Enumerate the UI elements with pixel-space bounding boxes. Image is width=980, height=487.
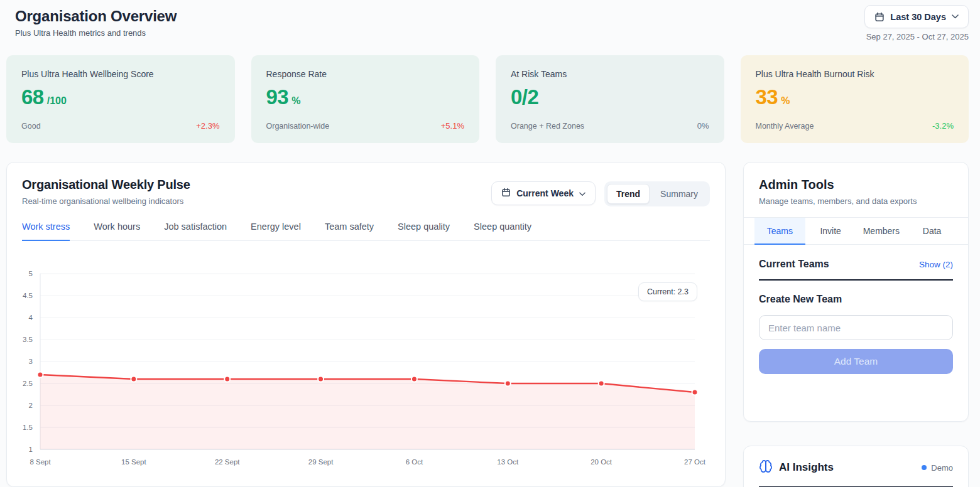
calendar-icon bbox=[874, 12, 885, 22]
card-bottom-row: Orange + Red Zones 0% bbox=[511, 121, 709, 131]
card-value: 93 bbox=[266, 85, 289, 109]
card-delta: -3.2% bbox=[932, 121, 954, 131]
tab-energy-level[interactable]: Energy level bbox=[251, 222, 301, 241]
data-point[interactable] bbox=[38, 372, 43, 378]
tab-work-stress[interactable]: Work stress bbox=[22, 222, 70, 241]
date-range-button[interactable]: Last 30 Days bbox=[864, 5, 969, 28]
demo-dot-icon bbox=[922, 465, 927, 470]
card-title: Plus Ultra Health Burnout Risk bbox=[756, 69, 954, 79]
tab-sleep-quantity[interactable]: Sleep quantity bbox=[474, 222, 531, 241]
svg-text:4.5: 4.5 bbox=[23, 292, 33, 299]
date-range-label: Last 30 Days bbox=[890, 12, 946, 22]
card-label: Monthly Average bbox=[756, 122, 814, 131]
tab-job-satisfaction[interactable]: Job satisfaction bbox=[164, 222, 227, 241]
card-value: 0/2 bbox=[511, 85, 538, 109]
view-toggle-summary[interactable]: Summary bbox=[651, 184, 707, 204]
chart-svg: 11.522.533.544.558 Sept15 Sept22 Sept29 … bbox=[22, 267, 711, 476]
card-delta: +5.1% bbox=[441, 121, 464, 131]
pulse-controls: Current Week Trend Summary bbox=[491, 181, 710, 206]
tab-sleep-quality[interactable]: Sleep quality bbox=[398, 222, 450, 241]
data-point[interactable] bbox=[131, 377, 136, 382]
svg-text:5: 5 bbox=[29, 270, 33, 277]
tab-work-hours[interactable]: Work hours bbox=[94, 222, 140, 241]
pulse-panel-title: Organisational Weekly Pulse bbox=[22, 178, 190, 192]
card-value-row: 0/2 bbox=[511, 85, 709, 121]
data-point[interactable] bbox=[318, 377, 324, 382]
chevron-down-icon bbox=[952, 14, 959, 19]
card-label: Organisation-wide bbox=[266, 122, 330, 131]
chevron-down-icon bbox=[579, 188, 585, 198]
svg-text:8 Sept: 8 Sept bbox=[30, 458, 51, 466]
metric-cards-row: Plus Ultra Health Wellbeing Score 68 /10… bbox=[6, 55, 969, 143]
tab-teams[interactable]: Teams bbox=[754, 218, 805, 245]
svg-text:29 Sept: 29 Sept bbox=[308, 458, 334, 466]
svg-text:2: 2 bbox=[29, 402, 33, 409]
page-subtitle: Plus Ultra Health metrics and trends bbox=[15, 28, 146, 38]
page-header: Organisation Overview Plus Ultra Health … bbox=[0, 0, 980, 50]
card-bottom-row: Good +2.3% bbox=[21, 121, 220, 131]
svg-text:3: 3 bbox=[29, 358, 33, 365]
svg-text:4: 4 bbox=[29, 314, 33, 321]
current-teams-heading: Current Teams bbox=[759, 259, 829, 270]
ai-insights-title: AI Insights bbox=[779, 461, 834, 474]
data-point[interactable] bbox=[599, 381, 604, 387]
data-point[interactable] bbox=[224, 377, 230, 382]
svg-text:1: 1 bbox=[29, 446, 33, 453]
card-bottom-row: Monthly Average -3.2% bbox=[756, 121, 954, 131]
create-new-team-heading: Create New Team bbox=[759, 294, 953, 305]
date-range-text: Sep 27, 2025 - Oct 27, 2025 bbox=[866, 32, 969, 41]
admin-body: Current Teams Show (2) Create New Team A… bbox=[744, 245, 968, 388]
view-toggle: Trend Summary bbox=[604, 181, 710, 206]
svg-text:3.5: 3.5 bbox=[23, 336, 33, 343]
svg-text:2.5: 2.5 bbox=[23, 380, 33, 387]
card-suffix: /100 bbox=[47, 95, 67, 107]
show-teams-link[interactable]: Show (2) bbox=[919, 260, 953, 269]
svg-text:20 Oct: 20 Oct bbox=[591, 458, 612, 466]
tab-data[interactable]: Data bbox=[906, 218, 957, 245]
team-name-input[interactable] bbox=[759, 315, 953, 340]
burnout-risk-card: Plus Ultra Health Burnout Risk 33 % Mont… bbox=[741, 55, 969, 143]
data-point[interactable] bbox=[411, 377, 417, 382]
tab-invite[interactable]: Invite bbox=[805, 218, 856, 245]
card-label: Orange + Red Zones bbox=[511, 122, 584, 131]
card-label: Good bbox=[21, 122, 41, 131]
svg-text:15 Sept: 15 Sept bbox=[121, 458, 146, 466]
svg-text:1.5: 1.5 bbox=[23, 424, 33, 431]
tab-team-safety[interactable]: Team safety bbox=[325, 222, 374, 241]
pulse-chart: 11.522.533.544.558 Sept15 Sept22 Sept29 … bbox=[22, 267, 710, 476]
add-team-button[interactable]: Add Team bbox=[759, 349, 953, 374]
ai-insights-header: AI Insights Demo bbox=[759, 459, 953, 476]
brain-icon bbox=[759, 459, 773, 476]
card-value: 68 bbox=[21, 85, 44, 109]
at-risk-teams-card: At Risk Teams 0/2 Orange + Red Zones 0% bbox=[496, 55, 724, 143]
svg-text:22 Sept: 22 Sept bbox=[215, 458, 240, 466]
tab-members[interactable]: Members bbox=[856, 218, 907, 245]
card-title: Response Rate bbox=[266, 69, 465, 79]
svg-text:6 Oct: 6 Oct bbox=[406, 458, 423, 466]
card-value-row: 93 % bbox=[266, 85, 465, 121]
svg-text:13 Oct: 13 Oct bbox=[497, 458, 519, 466]
card-value: 33 bbox=[756, 85, 778, 109]
card-value-row: 68 /100 bbox=[21, 85, 220, 121]
data-point[interactable] bbox=[692, 390, 698, 395]
card-delta: +2.3% bbox=[196, 121, 219, 131]
card-value-row: 33 % bbox=[756, 85, 954, 121]
card-suffix: % bbox=[781, 95, 790, 107]
svg-text:27 Oct: 27 Oct bbox=[684, 458, 706, 466]
calendar-icon bbox=[501, 188, 511, 199]
page-title: Organisation Overview bbox=[15, 8, 177, 25]
card-title: At Risk Teams bbox=[511, 69, 709, 79]
week-selector-label: Current Week bbox=[516, 188, 574, 198]
card-title: Plus Ultra Health Wellbeing Score bbox=[21, 69, 220, 79]
card-delta: 0% bbox=[697, 121, 709, 131]
ai-insights-panel: AI Insights Demo bbox=[743, 446, 969, 487]
current-teams-row: Current Teams Show (2) bbox=[759, 259, 953, 270]
response-rate-card: Response Rate 93 % Organisation-wide +5.… bbox=[251, 55, 480, 143]
data-point[interactable] bbox=[505, 381, 511, 387]
admin-tabs: Teams Invite Members Data bbox=[744, 218, 968, 245]
admin-tools-panel: Admin Tools Manage teams, members, and d… bbox=[743, 162, 969, 422]
admin-panel-title: Admin Tools bbox=[759, 178, 953, 192]
view-toggle-trend[interactable]: Trend bbox=[607, 184, 650, 204]
card-bottom-row: Organisation-wide +5.1% bbox=[266, 121, 465, 131]
week-selector-button[interactable]: Current Week bbox=[491, 181, 596, 205]
